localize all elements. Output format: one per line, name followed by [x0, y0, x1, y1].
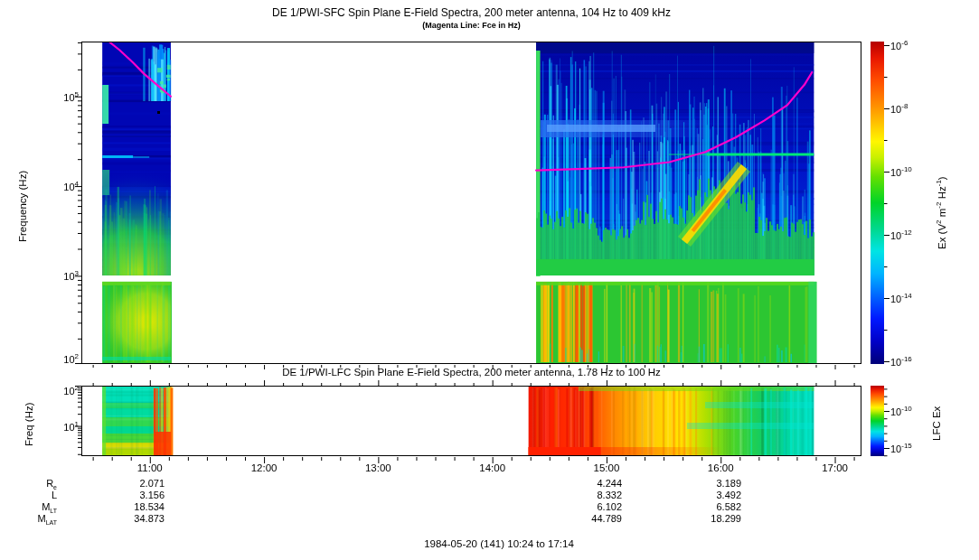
lfc-ytick-label: 102 — [48, 384, 79, 397]
x-tick-label: 11:00 — [130, 462, 170, 473]
sfc-ytick-label: 104 — [48, 180, 79, 192]
lfc-title: DE 1/PWI-LFC Spin Plane E-Field Spectra,… — [0, 367, 943, 378]
sfc-cbar-tick-label: 10-16 — [890, 355, 934, 368]
lfc-colorbar — [871, 386, 884, 456]
lfc-cbar-tick-label: 10-15 — [890, 442, 934, 454]
sfc-ytick-label: 102 — [48, 352, 79, 365]
sfc-cbar-tick-label: 10-10 — [890, 165, 934, 178]
sfc-cbar-tick-label: 10-12 — [890, 229, 934, 241]
lfc-cbar-tick-label: 10-10 — [890, 405, 934, 417]
x-tick-label: 15:00 — [587, 462, 626, 473]
ephemeris-value: 44.789 — [550, 513, 622, 524]
lfc-ytick-label: 101 — [48, 420, 79, 433]
x-tick-label: 16:00 — [701, 462, 740, 473]
sfc-ytick-label: 105 — [48, 90, 79, 103]
lfc-plot-frame — [81, 386, 861, 456]
x-tick-label: 12:00 — [244, 462, 284, 473]
ephemeris-value: 6.102 — [550, 501, 622, 512]
sfc-colorbar-label: Ex (V2 m-2 Hz-1) — [935, 176, 947, 249]
sfc-cbar-tick-label: 10-6 — [890, 39, 934, 51]
sfc-cbar-tick-label: 10-14 — [890, 292, 934, 304]
ephemeris-value: 3.156 — [92, 490, 165, 500]
ephemeris-value: 3.492 — [669, 490, 741, 500]
ephemeris-value: 2.071 — [92, 478, 165, 489]
sfc-ytick-label: 103 — [48, 269, 79, 282]
ephemeris-value: 18.534 — [92, 501, 165, 512]
sfc-plot-frame — [81, 42, 861, 364]
sfc-subtitle: (Magenta Line: Fce in Hz) — [0, 21, 943, 30]
ephemeris-value: 8.332 — [550, 490, 622, 500]
x-tick-label: 13:00 — [358, 462, 398, 473]
ephemeris-row-label: MLAT — [18, 513, 57, 526]
spectrogram-page: DE 1/PWI-SFC Spin Plane E-Field Spectra,… — [0, 0, 979, 560]
sfc-title: DE 1/PWI-SFC Spin Plane E-Field Spectra,… — [0, 6, 943, 19]
x-tick-label: 17:00 — [815, 462, 855, 473]
sfc-colorbar — [871, 42, 884, 364]
date-caption: 1984-05-20 (141) 10:24 to 17:14 — [19, 538, 979, 549]
ephemeris-value: 34.873 — [92, 513, 165, 524]
sfc-cbar-tick-label: 10-8 — [890, 102, 934, 115]
ephemeris-value: 3.189 — [669, 478, 741, 489]
ephemeris-value: 4.244 — [550, 478, 622, 489]
sfc-yaxis-label: Frequency (Hz) — [17, 171, 28, 242]
ephemeris-value: 18.299 — [669, 513, 741, 524]
lfc-yaxis-label: Freq (Hz) — [24, 402, 34, 446]
ephemeris-value: 6.582 — [669, 501, 741, 512]
x-tick-label: 14:00 — [473, 462, 513, 473]
ephemeris-row-label: L — [18, 490, 57, 500]
